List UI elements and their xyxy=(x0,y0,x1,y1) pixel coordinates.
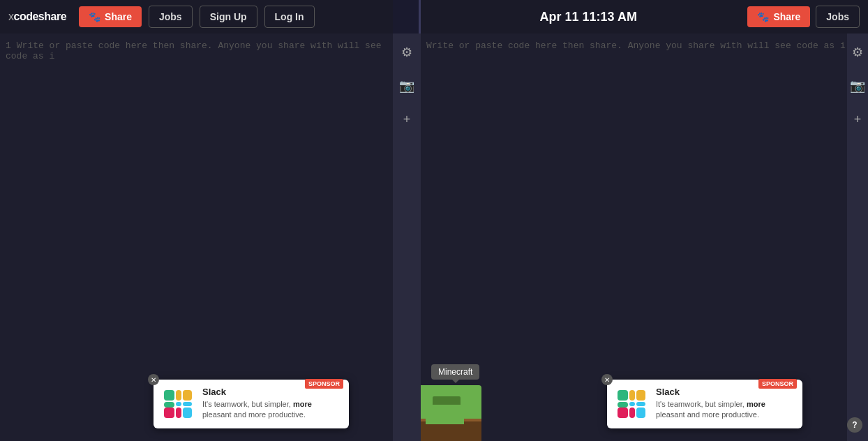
left-ad-close[interactable]: ✕ xyxy=(148,374,159,385)
svg-rect-7 xyxy=(183,402,192,406)
left-ad-content: Slack It's teamwork, but simpler, more p… xyxy=(202,387,342,421)
right-sidebar: ⚙ 📷 + xyxy=(847,33,868,441)
left-panel: xcodeshare 🐾 Share Jobs Sign Up Log In 1… xyxy=(0,0,393,441)
right-share-button[interactable]: 🐾 Share xyxy=(747,6,810,27)
navbar: xcodeshare 🐾 Share Jobs Sign Up Log In xyxy=(0,0,393,33)
right-ad-description: It's teamwork, but simpler, more pleasan… xyxy=(656,399,795,421)
left-ad-description: It's teamwork, but simpler, more pleasan… xyxy=(202,399,342,421)
share-label: Share xyxy=(105,11,132,22)
session-time: Apr 11 11:13 AM xyxy=(429,10,747,24)
right-panel: Apr 11 11:13 AM 🐾 Share Jobs Write or pa… xyxy=(421,0,868,441)
svg-rect-2 xyxy=(176,390,181,401)
svg-rect-6 xyxy=(176,402,181,406)
share-button[interactable]: 🐾 Share xyxy=(79,6,142,27)
signup-label: Sign Up xyxy=(210,11,247,22)
camera-icon: 📷 xyxy=(399,78,414,94)
share-icon: 🐾 xyxy=(89,11,100,22)
svg-rect-5 xyxy=(176,408,181,418)
login-label: Log In xyxy=(275,11,304,22)
minecraft-preview xyxy=(412,385,481,441)
right-share-icon: 🐾 xyxy=(757,11,769,22)
svg-rect-8 xyxy=(183,408,192,418)
help-icon-right: ? xyxy=(852,420,857,430)
right-video-icon[interactable]: 📷 xyxy=(847,75,868,96)
svg-rect-16 xyxy=(636,402,645,406)
right-gear-icon: ⚙ xyxy=(852,45,863,60)
right-settings-icon[interactable]: ⚙ xyxy=(847,42,868,63)
minecraft-tooltip: Minecraft xyxy=(431,364,479,380)
svg-rect-12 xyxy=(636,390,645,401)
svg-rect-11 xyxy=(629,390,635,401)
right-editor-placeholder: Write or paste code here then share. Any… xyxy=(426,40,846,51)
right-jobs-label: Jobs xyxy=(826,11,849,22)
video-icon[interactable]: 📷 xyxy=(396,75,417,96)
help-button-right[interactable]: ? xyxy=(847,417,862,433)
left-ad-sponsor-badge: SPONSOR xyxy=(305,379,343,389)
right-sponsor-ad: ✕ SPONSOR Slack It's teamwork, but simpl… xyxy=(607,380,802,428)
svg-rect-13 xyxy=(618,408,628,418)
svg-rect-17 xyxy=(636,408,645,418)
right-header-buttons: 🐾 Share Jobs xyxy=(747,6,860,28)
svg-rect-10 xyxy=(618,402,628,408)
svg-rect-9 xyxy=(618,390,628,401)
add-icon[interactable]: + xyxy=(396,109,417,130)
center-sidebar: ⚙ 📷 + xyxy=(393,33,421,441)
logo: xcodeshare xyxy=(8,10,66,23)
left-slack-logo xyxy=(160,387,195,421)
plus-icon: + xyxy=(403,112,411,127)
login-button[interactable]: Log In xyxy=(264,6,315,28)
svg-rect-0 xyxy=(164,390,174,401)
right-slack-logo xyxy=(614,387,649,421)
jobs-button[interactable]: Jobs xyxy=(149,6,193,28)
svg-rect-15 xyxy=(629,402,635,406)
gear-icon: ⚙ xyxy=(401,45,412,60)
right-share-label: Share xyxy=(773,11,800,22)
editor-placeholder: Write or paste code here then share. Any… xyxy=(6,40,382,61)
svg-rect-4 xyxy=(164,408,174,418)
left-sponsor-ad: ✕ SPONSOR Slack It's teamwork, but simpl… xyxy=(154,380,349,428)
right-ad-content: Slack It's teamwork, but simpler, more p… xyxy=(656,387,795,421)
svg-rect-1 xyxy=(164,402,174,408)
line-number: 1 xyxy=(6,40,11,51)
right-jobs-button[interactable]: Jobs xyxy=(816,6,860,28)
svg-rect-14 xyxy=(629,408,635,418)
jobs-label: Jobs xyxy=(159,11,182,22)
right-camera-icon: 📷 xyxy=(850,78,865,94)
right-plus-icon: + xyxy=(854,112,862,127)
svg-rect-3 xyxy=(183,390,192,401)
settings-icon[interactable]: ⚙ xyxy=(396,42,417,63)
right-add-icon[interactable]: + xyxy=(847,109,868,130)
signup-button[interactable]: Sign Up xyxy=(200,6,257,28)
right-ad-sponsor-badge: SPONSOR xyxy=(758,379,797,389)
right-ad-close[interactable]: ✕ xyxy=(601,374,613,385)
right-header: Apr 11 11:13 AM 🐾 Share Jobs xyxy=(421,0,868,33)
